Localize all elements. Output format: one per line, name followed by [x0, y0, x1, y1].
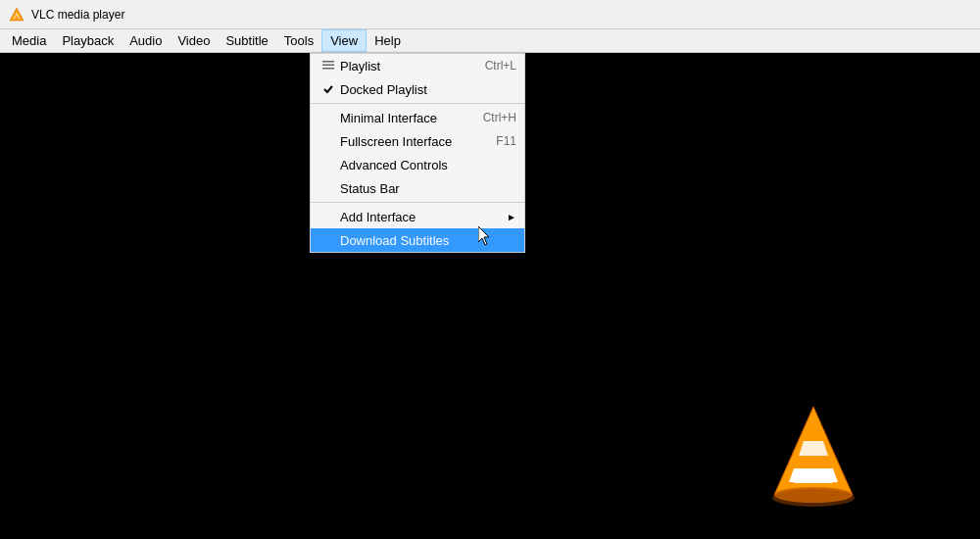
view-dropdown-menu: Playlist Ctrl+L Docked Playlist Minimal …	[310, 53, 525, 253]
menu-media[interactable]: Media	[4, 29, 54, 52]
separator-2	[311, 202, 524, 203]
menu-subtitle[interactable]: Subtitle	[218, 29, 275, 52]
menu-help[interactable]: Help	[367, 29, 409, 52]
menu-item-download-subtitles[interactable]: Download Subtitles	[311, 228, 524, 252]
fullscreen-interface-shortcut: F11	[476, 134, 516, 148]
vlc-icon	[8, 6, 25, 24]
menu-audio[interactable]: Audio	[122, 29, 170, 52]
vlc-logo	[764, 402, 862, 510]
menu-item-status-bar[interactable]: Status Bar	[311, 176, 524, 200]
menu-item-playlist[interactable]: Playlist Ctrl+L	[311, 54, 524, 77]
title-bar: VLC media player	[0, 0, 980, 29]
docked-playlist-check	[318, 83, 338, 95]
menu-item-minimal-interface[interactable]: Minimal Interface Ctrl+H	[311, 106, 524, 129]
menu-item-add-interface[interactable]: Add Interface ►	[311, 205, 524, 228]
separator-1	[311, 103, 524, 104]
svg-rect-4	[322, 65, 334, 67]
download-subtitles-label: Download Subtitles	[338, 233, 516, 248]
playlist-icon	[318, 59, 338, 73]
fullscreen-interface-label: Fullscreen Interface	[338, 134, 476, 149]
status-bar-label: Status Bar	[338, 181, 516, 196]
minimal-interface-shortcut: Ctrl+H	[464, 111, 516, 124]
menu-video[interactable]: Video	[170, 29, 218, 52]
svg-marker-10	[794, 472, 833, 483]
window-title: VLC media player	[31, 8, 124, 22]
menu-item-fullscreen-interface[interactable]: Fullscreen Interface F11	[311, 129, 524, 153]
playlist-label: Playlist	[338, 59, 466, 74]
svg-marker-11	[799, 441, 828, 456]
menu-bar: Media Playback Audio Video Subtitle Tool…	[0, 29, 980, 53]
minimal-interface-label: Minimal Interface	[338, 111, 464, 125]
menu-view[interactable]: View	[321, 29, 367, 52]
svg-point-13	[772, 489, 855, 507]
menu-tools[interactable]: Tools	[276, 29, 321, 52]
svg-rect-3	[322, 61, 334, 63]
menu-item-docked-playlist[interactable]: Docked Playlist	[311, 77, 524, 101]
playlist-shortcut: Ctrl+L	[466, 59, 516, 73]
menu-item-advanced-controls[interactable]: Advanced Controls	[311, 153, 524, 176]
menu-playback[interactable]: Playback	[54, 29, 122, 52]
svg-rect-5	[322, 68, 334, 70]
advanced-controls-label: Advanced Controls	[338, 158, 516, 172]
add-interface-arrow: ►	[507, 212, 516, 222]
add-interface-label: Add Interface	[338, 210, 503, 224]
docked-playlist-label: Docked Playlist	[338, 82, 516, 97]
